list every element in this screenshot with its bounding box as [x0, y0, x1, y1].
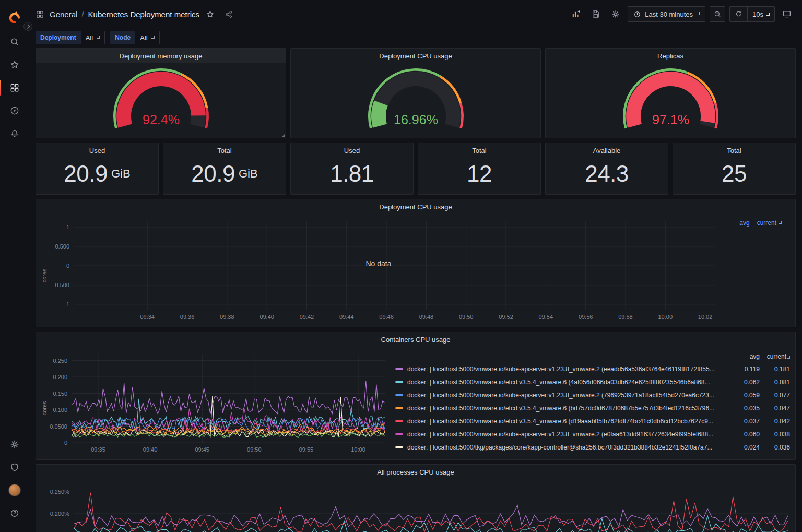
panel-title[interactable]: Containers CPU usage [36, 332, 795, 347]
legend-item[interactable]: docker: | localhost:5000/vmware.io/kube-… [395, 428, 790, 441]
series-name[interactable]: docker: | localhost:5000/vmware.io/etcd:… [407, 418, 729, 425]
y-axis-label: cores [41, 268, 48, 282]
series-name[interactable]: docker: | localhost:5000/tkg/packages/co… [407, 444, 729, 451]
sidebar-item-explore[interactable] [0, 100, 29, 121]
svg-text:0.500: 0.500 [55, 243, 69, 250]
panel-title[interactable]: Total [418, 143, 540, 158]
time-range-picker[interactable]: Last 30 minutes [628, 6, 705, 22]
panel-title[interactable]: Deployment memory usage [36, 49, 286, 63]
series-name[interactable]: docker: | localhost:5000/vmware.io/etcd:… [407, 405, 729, 412]
time-series-plot[interactable]: 0.250%0.200% [40, 482, 790, 532]
sidebar-item-search[interactable] [0, 31, 29, 52]
clock-icon [633, 10, 641, 18]
dashboard-grid: Deployment memory usage 92.4% Deployment… [29, 47, 802, 532]
panel-title[interactable]: Deployment CPU usage [291, 49, 540, 63]
legend-item[interactable]: docker: | localhost:5000/vmware.io/etcd:… [395, 375, 790, 388]
series-color-dash [395, 446, 403, 448]
panel-title[interactable]: All processes CPU usage [36, 465, 795, 479]
star-dashboard-button[interactable] [203, 6, 218, 22]
dashboard-settings-button[interactable] [608, 6, 623, 22]
legend-item[interactable]: docker: | localhost:5000/vmware.io/kube-… [395, 362, 790, 375]
chart-canvas: 0.2500.2000.1500.1000.0500009:3509:4009:… [40, 350, 387, 455]
chevron-down-icon [779, 221, 782, 224]
series-avg-value: 0.060 [729, 431, 760, 438]
save-dashboard-button[interactable] [588, 6, 604, 22]
refresh-button[interactable] [730, 7, 748, 21]
variable-node-value[interactable]: All [135, 31, 159, 44]
svg-text:10:00: 10:00 [351, 446, 365, 453]
chevron-down-icon [697, 12, 700, 15]
time-series-plot[interactable]: 0.2500.2000.1500.1000.0500009:3509:4009:… [40, 350, 387, 455]
series-name[interactable]: docker: | localhost:5000/vmware.io/kube-… [407, 431, 729, 438]
legend-item[interactable]: docker: | localhost:5000/vmware.io/kube-… [395, 388, 790, 401]
series-color-dash [395, 420, 403, 422]
series-name[interactable]: docker: | localhost:5000/vmware.io/kube-… [407, 365, 729, 373]
svg-text:0.250: 0.250 [53, 358, 67, 364]
refresh-interval-dropdown[interactable]: 10s [748, 7, 774, 21]
legend-sort-avg[interactable]: avg [729, 353, 760, 360]
chevron-down-icon [766, 13, 770, 16]
variable-deployment: Deployment All [36, 31, 105, 44]
legend-item[interactable]: docker: | localhost:5000/vmware.io/etcd:… [395, 401, 790, 415]
share-dashboard-button[interactable] [221, 6, 237, 22]
topbar: General / Kubernetes Deployment metrics [29, 0, 802, 28]
legend-sort-current[interactable]: current [760, 353, 790, 360]
variable-deployment-label: Deployment [36, 31, 81, 44]
variable-deployment-value[interactable]: All [81, 31, 105, 44]
panel-title[interactable]: Available [546, 143, 668, 158]
panel-stat-cpu-total: Total 12 [418, 143, 541, 195]
sidebar-expand-button[interactable] [23, 22, 32, 31]
svg-text:09:35: 09:35 [91, 446, 105, 453]
stat-value: 25 [673, 158, 795, 194]
gear-icon [611, 9, 620, 19]
stat-number: 20.9 [64, 161, 108, 187]
breadcrumb-title[interactable]: Kubernetes Deployment metrics [88, 10, 199, 19]
legend-item[interactable]: docker: | localhost:5000/tkg/packages/co… [395, 441, 790, 454]
breadcrumb: General / Kubernetes Deployment metrics [50, 10, 199, 19]
add-panel-icon [571, 9, 581, 19]
svg-text:09:56: 09:56 [579, 314, 593, 320]
variable-node-label: Node [110, 31, 135, 44]
time-series-plot[interactable]: 10.5000-0.500-109:3409:3609:3809:4009:42… [40, 217, 717, 323]
gauge-replicas: 97.1% [617, 66, 724, 134]
avatar [8, 484, 21, 496]
panel-title[interactable]: Used [36, 143, 158, 158]
svg-text:10:00: 10:00 [658, 314, 673, 320]
gauge-wrap: 97.1% [546, 63, 795, 138]
legend-sort-current[interactable]: current [757, 219, 776, 227]
series-current-value: 0.038 [760, 431, 790, 438]
sidebar-item-configuration[interactable] [0, 434, 29, 455]
sidebar-item-help[interactable] [0, 503, 29, 524]
panel-title[interactable]: Total [163, 143, 286, 158]
add-panel-button[interactable] [568, 6, 584, 22]
sidebar-item-alerting[interactable] [0, 123, 29, 144]
panel-title[interactable]: Replicas [546, 49, 795, 63]
legend-item[interactable]: docker: | localhost:5000/vmware.io/etcd:… [395, 415, 790, 428]
refresh-picker: 10s [729, 6, 775, 22]
chevron-down-icon [151, 36, 155, 39]
legend-sort-avg[interactable]: avg [739, 219, 749, 227]
sidebar-item-profile[interactable] [0, 480, 29, 501]
series-name[interactable]: docker: | localhost:5000/vmware.io/kube-… [407, 392, 729, 399]
svg-text:09:40: 09:40 [260, 314, 274, 320]
panel-title[interactable]: Used [291, 143, 413, 158]
stat-value: 1.81 [291, 158, 413, 194]
panel-title[interactable]: Deployment CPU usage [36, 199, 795, 214]
panel-deployment-cpu-chart: Deployment CPU usage avg current 10.5000… [36, 199, 796, 327]
tv-icon [782, 9, 792, 19]
tv-mode-button[interactable] [779, 6, 795, 22]
panel-title[interactable]: Total [673, 143, 795, 158]
svg-text:1: 1 [66, 224, 69, 230]
svg-text:09:48: 09:48 [419, 314, 434, 320]
series-avg-value: 0.035 [729, 405, 760, 412]
sidebar-item-server-admin[interactable] [0, 457, 29, 478]
svg-text:09:52: 09:52 [499, 314, 513, 320]
sidebar-item-dashboards[interactable] [0, 77, 29, 98]
svg-text:09:44: 09:44 [339, 314, 354, 320]
breadcrumb-section[interactable]: General [50, 10, 77, 19]
grafana-logo-icon [8, 11, 21, 25]
series-name[interactable]: docker: | localhost:5000/vmware.io/etcd:… [407, 379, 729, 386]
gauge-wrap: 92.4% [36, 63, 286, 138]
sidebar-item-starred[interactable] [0, 54, 29, 75]
zoom-out-button[interactable] [710, 6, 725, 22]
